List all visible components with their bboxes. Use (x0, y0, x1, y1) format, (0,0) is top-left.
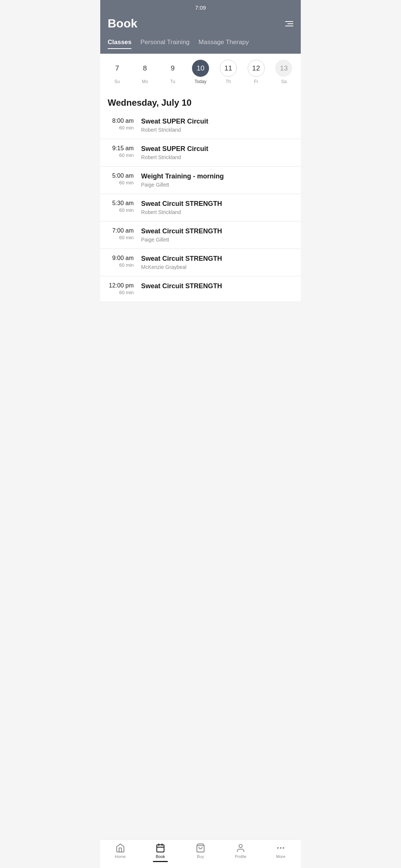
class-time-4: 7:00 am 60 min (108, 227, 141, 240)
nav-home-label: Home (115, 854, 125, 859)
class-item-1[interactable]: 9:15 am 60 min Sweat SUPER Circuit Rober… (100, 139, 301, 167)
svg-point-7 (280, 847, 281, 849)
nav-active-bar (153, 861, 168, 862)
class-item-3[interactable]: 5:30 am 60 min Sweat Circuit STRENGTH Ro… (100, 194, 301, 221)
day-number-8: 8 (136, 60, 153, 77)
svg-point-6 (277, 847, 278, 849)
class-item-4[interactable]: 7:00 am 60 min Sweat Circuit STRENGTH Pa… (100, 221, 301, 249)
day-label-9: Tu (170, 79, 175, 84)
status-bar: 7:09 (100, 0, 301, 14)
day-label-13: Sa (281, 79, 287, 84)
day-label-11: Th (226, 79, 231, 84)
book-icon (156, 843, 165, 853)
bottom-nav: Home Book Buy Profile More (100, 839, 301, 868)
buy-icon (196, 843, 205, 853)
class-info-3: Sweat Circuit STRENGTH Robert Strickland (141, 200, 293, 215)
day-number-9: 9 (164, 60, 181, 77)
class-info-5: Sweat Circuit STRENGTH McKenzie Graybeal (141, 255, 293, 270)
class-info-2: Weight Training - morning Paige Gillett (141, 172, 293, 188)
profile-icon (236, 843, 245, 853)
page-title: Book (108, 17, 137, 30)
svg-point-5 (239, 844, 242, 848)
svg-point-8 (283, 847, 284, 849)
home-icon (115, 843, 125, 853)
tab-personal-training[interactable]: Personal Training (140, 36, 189, 49)
day-label-today: Today (195, 79, 206, 84)
day-number-12: 12 (248, 60, 265, 77)
nav-home[interactable]: Home (100, 843, 140, 862)
day-number-11: 11 (220, 60, 237, 77)
nav-more[interactable]: More (261, 843, 301, 862)
class-item-6[interactable]: 12:00 pm 60 min Sweat Circuit STRENGTH (100, 276, 301, 301)
svg-rect-0 (157, 845, 164, 852)
calendar-day-10[interactable]: 10 Today (192, 60, 209, 84)
tab-classes[interactable]: Classes (108, 36, 131, 49)
calendar-day-8[interactable]: 8 Mo (136, 60, 153, 84)
day-label-7: Su (114, 79, 120, 84)
class-info-0: Sweat SUPER Circuit Robert Strickland (141, 118, 293, 133)
class-time-6: 12:00 pm 60 min (108, 282, 141, 295)
class-time-1: 9:15 am 60 min (108, 145, 141, 158)
content-area: 7 Su 8 Mo 9 Tu 10 Today 11 Th 12 Fr 13 S… (100, 54, 301, 331)
class-time-5: 9:00 am 60 min (108, 255, 141, 268)
category-tabs: Classes Personal Training Massage Therap… (100, 36, 301, 54)
day-number-10: 10 (192, 60, 209, 77)
nav-buy-label: Buy (197, 854, 204, 859)
calendar-day-11[interactable]: 11 Th (220, 60, 237, 84)
class-item-0[interactable]: 8:00 am 60 min Sweat SUPER Circuit Rober… (100, 112, 301, 139)
nav-profile-label: Profile (235, 854, 246, 859)
tab-massage-therapy[interactable]: Massage Therapy (199, 36, 249, 49)
calendar-day-7[interactable]: 7 Su (108, 60, 125, 84)
day-label-8: Mo (142, 79, 148, 84)
header: Book (100, 14, 301, 36)
nav-buy[interactable]: Buy (180, 843, 221, 862)
calendar-day-9[interactable]: 9 Tu (164, 60, 181, 84)
status-time: 7:09 (195, 4, 206, 11)
class-time-3: 5:30 am 60 min (108, 200, 141, 213)
class-info-1: Sweat SUPER Circuit Robert Strickland (141, 145, 293, 160)
class-time-2: 5:00 am 60 min (108, 172, 141, 185)
class-item-2[interactable]: 5:00 am 60 min Weight Training - morning… (100, 167, 301, 194)
class-time-0: 8:00 am 60 min (108, 118, 141, 131)
date-heading: Wednesday, July 10 (100, 90, 301, 112)
calendar-strip: 7 Su 8 Mo 9 Tu 10 Today 11 Th 12 Fr 13 S… (100, 54, 301, 90)
class-info-6: Sweat Circuit STRENGTH (141, 282, 293, 292)
nav-profile[interactable]: Profile (221, 843, 261, 862)
day-number-13: 13 (275, 60, 292, 77)
calendar-day-12[interactable]: 12 Fr (248, 60, 265, 84)
class-item-5[interactable]: 9:00 am 60 min Sweat Circuit STRENGTH Mc… (100, 249, 301, 276)
day-number-7: 7 (108, 60, 125, 77)
calendar-day-13[interactable]: 13 Sa (275, 60, 292, 84)
more-icon (276, 843, 286, 853)
nav-book[interactable]: Book (140, 843, 180, 862)
class-info-4: Sweat Circuit STRENGTH Paige Gillett (141, 227, 293, 243)
classes-list: 8:00 am 60 min Sweat SUPER Circuit Rober… (100, 112, 301, 301)
day-label-12: Fr (254, 79, 258, 84)
nav-book-label: Book (156, 854, 165, 859)
nav-more-label: More (276, 854, 285, 859)
filter-button[interactable] (285, 21, 293, 26)
